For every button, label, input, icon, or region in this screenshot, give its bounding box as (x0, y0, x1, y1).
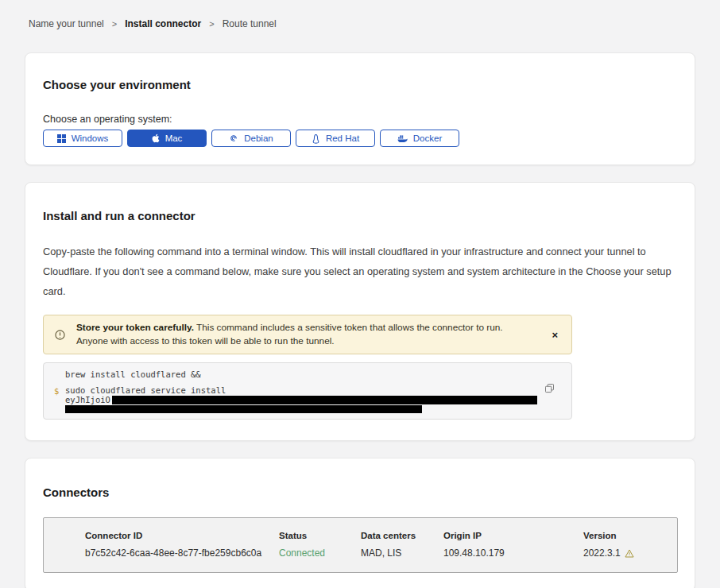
version-warning-icon (625, 549, 634, 558)
data-centers-value: MAD, LIS (361, 547, 443, 559)
install-command-codeblock: $ brew install cloudflared && sudo cloud… (43, 362, 572, 420)
windows-icon (57, 134, 66, 143)
install-card-title: Install and run a connector (43, 209, 677, 222)
version-number: 2022.3.1 (583, 547, 621, 559)
os-button-docker[interactable]: Docker (380, 130, 459, 147)
column-data-centers: Data centers (361, 531, 443, 540)
alert-circle-icon (55, 330, 65, 340)
column-version: Version (583, 531, 677, 540)
os-select-label: Choose an operating system: (43, 114, 677, 125)
redhat-linux-icon (312, 133, 320, 144)
breadcrumb-separator: > (209, 19, 214, 29)
os-button-group: Windows Mac Debian Red Hat Docker (43, 130, 677, 147)
connector-id-value: b7c52c42-6caa-48ee-8c77-fbe259cb6c0a (85, 547, 279, 559)
os-button-windows[interactable]: Windows (43, 130, 122, 147)
code-line-1: brew install cloudflared && (65, 370, 571, 379)
shell-prompt: $ (54, 386, 59, 396)
os-button-label: Mac (165, 133, 183, 143)
docker-icon (397, 134, 408, 143)
breadcrumb-separator: > (112, 19, 117, 29)
breadcrumb: Name your tunnel > Install connector > R… (0, 0, 720, 29)
apple-icon (152, 133, 160, 143)
token-prefix: eyJhIjoiO (65, 396, 110, 404)
environment-card: Choose your environment Choose an operat… (25, 52, 695, 165)
connectors-table-row: b7c52c42-6caa-48ee-8c77-fbe259cb6c0a Con… (85, 547, 677, 559)
breadcrumb-route-tunnel[interactable]: Route tunnel (223, 18, 277, 29)
install-connector-card: Install and run a connector Copy-paste t… (25, 182, 695, 441)
code-line-token: eyJhIjoiO (65, 396, 571, 404)
column-origin-ip: Origin IP (443, 531, 583, 540)
version-value: 2022.3.1 (583, 547, 677, 559)
token-warning-text: Store your token carefully. This command… (76, 321, 560, 348)
connectors-card: Connectors Connector ID Status Data cent… (25, 458, 695, 588)
code-line-2: sudo cloudflared service install (65, 386, 571, 395)
environment-card-title: Choose your environment (43, 78, 677, 91)
os-button-redhat[interactable]: Red Hat (296, 130, 375, 147)
column-connector-id: Connector ID (85, 531, 279, 540)
token-redaction-bar (65, 405, 422, 413)
copy-icon[interactable] (545, 384, 554, 396)
breadcrumb-install-connector[interactable]: Install connector (125, 18, 201, 29)
breadcrumb-name-your-tunnel[interactable]: Name your tunnel (29, 18, 104, 29)
debian-icon (229, 133, 238, 143)
os-button-label: Windows (72, 133, 109, 143)
os-button-label: Docker (413, 133, 442, 143)
connectors-card-title: Connectors (43, 485, 677, 499)
install-card-description: Copy-paste the following command into a … (43, 242, 676, 301)
os-button-debian[interactable]: Debian (211, 130, 291, 147)
connectors-table-header: Connector ID Status Data centers Origin … (85, 531, 677, 540)
os-button-mac[interactable]: Mac (127, 130, 207, 147)
connectors-table: Connector ID Status Data centers Origin … (43, 517, 678, 573)
token-warning-title: Store your token carefully. (76, 322, 194, 333)
column-status: Status (279, 531, 361, 540)
os-button-label: Red Hat (326, 133, 359, 143)
status-badge: Connected (279, 547, 361, 559)
banner-close-icon[interactable]: × (550, 328, 559, 342)
os-button-label: Debian (244, 133, 273, 143)
token-warning-banner: Store your token carefully. This command… (43, 315, 572, 354)
token-redaction-bar (112, 396, 537, 404)
origin-ip-value: 109.48.10.179 (443, 547, 583, 559)
